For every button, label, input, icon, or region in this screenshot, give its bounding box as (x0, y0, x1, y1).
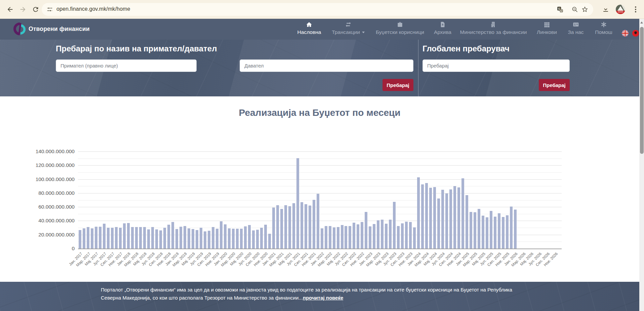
bar-month-32[interactable] (208, 231, 210, 249)
nav-archive[interactable]: Архива (434, 21, 451, 35)
bar-month-70[interactable] (361, 222, 363, 249)
bar-month-75[interactable] (381, 220, 384, 249)
bar-month-34[interactable] (216, 229, 218, 249)
bar-month-6[interactable] (103, 224, 106, 249)
bar-month-30[interactable] (200, 228, 202, 249)
bar-month-51[interactable] (284, 205, 287, 249)
bar-month-11[interactable] (123, 223, 126, 249)
bar-month-58[interactable] (313, 200, 315, 249)
bar-month-43[interactable] (252, 230, 255, 249)
bar-month-95[interactable] (461, 178, 464, 249)
bar-month-86[interactable] (425, 183, 428, 249)
bar-month-44[interactable] (256, 230, 259, 249)
bar-month-54[interactable] (296, 158, 299, 249)
bar-month-60[interactable] (321, 228, 323, 249)
nav-budget-users[interactable]: Буџетски корисници (376, 21, 424, 35)
bar-month-63[interactable] (333, 227, 335, 249)
bar-month-28[interactable] (192, 229, 194, 249)
bar-month-76[interactable] (385, 224, 388, 249)
brand[interactable]: Отворени финансии (13, 23, 90, 35)
bar-month-37[interactable] (228, 228, 231, 249)
bar-month-106[interactable] (506, 215, 509, 249)
bar-month-50[interactable] (280, 209, 283, 249)
bar-month-25[interactable] (179, 227, 182, 249)
bar-month-47[interactable] (268, 234, 271, 249)
bar-month-52[interactable] (288, 206, 291, 249)
site-settings-icon[interactable] (46, 6, 53, 13)
bar-month-0[interactable] (79, 230, 81, 249)
bar-month-55[interactable] (300, 202, 303, 249)
bar-month-71[interactable] (365, 212, 367, 249)
bar-month-84[interactable] (417, 177, 420, 249)
bar-month-79[interactable] (397, 226, 400, 249)
provider-input[interactable] (240, 59, 413, 72)
bar-month-103[interactable] (494, 217, 496, 249)
bar-month-19[interactable] (155, 229, 158, 249)
bar-month-3[interactable] (91, 228, 93, 249)
nav-home[interactable]: Насловна (297, 21, 321, 35)
bar-month-12[interactable] (127, 223, 130, 249)
bar-month-61[interactable] (325, 226, 327, 249)
bar-month-14[interactable] (135, 227, 138, 249)
bar-month-88[interactable] (433, 187, 436, 249)
download-icon[interactable] (602, 6, 609, 13)
bar-month-98[interactable] (474, 212, 476, 249)
bar-month-105[interactable] (502, 217, 505, 249)
bar-month-62[interactable] (329, 226, 331, 249)
bar-month-91[interactable] (445, 193, 448, 249)
translate-icon[interactable]: G (557, 6, 563, 13)
scrollbar-thumb[interactable] (640, 27, 644, 154)
bar-month-65[interactable] (341, 225, 344, 249)
bar-month-38[interactable] (232, 229, 235, 249)
bar-month-73[interactable] (373, 224, 375, 249)
profile-avatar[interactable] (616, 5, 625, 14)
reload-button[interactable] (32, 6, 39, 13)
bar-month-40[interactable] (240, 229, 243, 249)
budget-chart[interactable]: 020.000.000.00040.000.000.00060.000.000.… (0, 96, 644, 282)
bar-month-45[interactable] (260, 228, 263, 249)
bar-month-59[interactable] (317, 194, 319, 249)
nav-ministry[interactable]: Министерство за финансии (460, 21, 527, 35)
nav-links[interactable]: Линкови (537, 21, 557, 35)
bar-month-97[interactable] (470, 212, 472, 249)
bar-month-15[interactable] (139, 227, 142, 249)
scrollbar[interactable] (639, 19, 644, 311)
bar-month-48[interactable] (272, 208, 275, 249)
bar-month-5[interactable] (99, 227, 102, 249)
bar-month-22[interactable] (167, 225, 170, 249)
bar-month-100[interactable] (482, 216, 484, 249)
forward-button[interactable] (19, 6, 27, 13)
bar-month-67[interactable] (349, 226, 351, 249)
bar-month-85[interactable] (421, 184, 424, 249)
bar-month-10[interactable] (119, 228, 122, 249)
bar-month-104[interactable] (498, 213, 500, 249)
bar-month-1[interactable] (83, 228, 85, 249)
nav-transactions[interactable]: Трансакции (332, 21, 365, 35)
albanian-flag-icon[interactable] (632, 30, 639, 37)
global-search-button[interactable]: Пребарај (539, 79, 570, 91)
bar-month-17[interactable] (147, 229, 150, 249)
menu-icon[interactable] (633, 5, 638, 13)
zoom-icon[interactable] (571, 6, 578, 13)
bar-month-41[interactable] (244, 226, 247, 249)
receiver-input[interactable] (56, 59, 197, 72)
bar-month-39[interactable] (236, 229, 239, 249)
bar-month-8[interactable] (111, 228, 114, 249)
bar-month-82[interactable] (409, 222, 412, 249)
bar-month-24[interactable] (175, 229, 178, 249)
bar-month-20[interactable] (159, 230, 162, 249)
bar-month-7[interactable] (107, 228, 110, 249)
bar-month-69[interactable] (357, 224, 359, 249)
bar-month-42[interactable] (248, 225, 251, 249)
nav-help[interactable]: Помош (595, 21, 612, 35)
bar-month-23[interactable] (171, 222, 174, 249)
english-flag-icon[interactable] (621, 30, 629, 37)
bar-month-56[interactable] (305, 204, 307, 249)
scrollbar-up-arrow[interactable] (640, 21, 643, 24)
bar-month-31[interactable] (204, 231, 206, 249)
read-more-link[interactable]: прочитај повеќе (303, 295, 343, 301)
url-bar[interactable]: open.finance.gov.mk/mk/home G (42, 3, 593, 16)
bar-month-99[interactable] (478, 209, 480, 249)
bar-month-29[interactable] (196, 230, 198, 249)
bar-month-33[interactable] (212, 227, 214, 249)
